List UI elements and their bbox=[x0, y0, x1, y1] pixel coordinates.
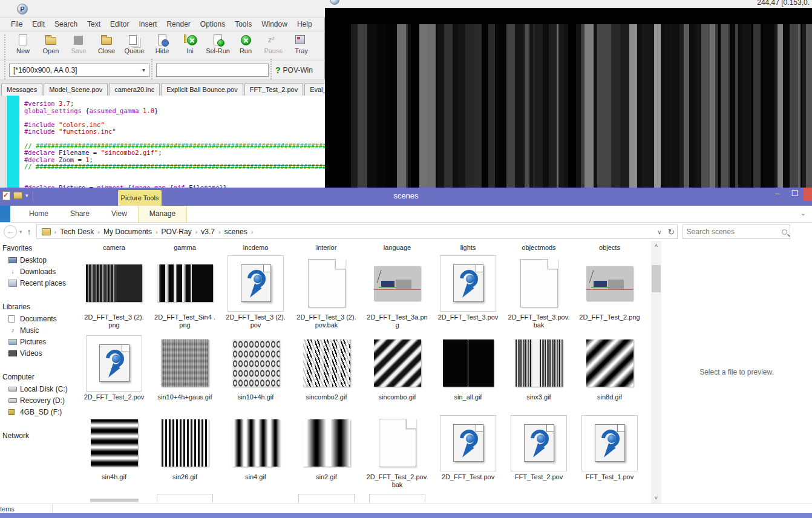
toolbar-drag-handle[interactable] bbox=[151, 59, 154, 82]
file-item-sincombo-gif[interactable]: sincombo.gif bbox=[362, 334, 433, 413]
povray-titlebar[interactable]: P bbox=[0, 0, 325, 17]
scroll-down-arrow-icon[interactable]: ˅ bbox=[651, 493, 661, 503]
file-item-sin8d-gif[interactable]: sin8d.gif bbox=[574, 334, 645, 413]
minimize-button[interactable]: – bbox=[768, 188, 786, 201]
sidebar-group-computer[interactable]: Computer bbox=[0, 370, 73, 383]
code-editor[interactable]: #version 3.7;global_settings {assumed_ga… bbox=[0, 96, 325, 188]
sidebar-item-recovery-d-[interactable]: Recovery (D:) bbox=[0, 395, 73, 406]
folder-objectmods[interactable]: objectmods bbox=[503, 241, 574, 254]
file-item-2d-fft-test-3-pov-bak[interactable]: 2D_FFT_Test_3.pov.bak bbox=[503, 254, 574, 333]
menu-item-help[interactable]: Help bbox=[292, 18, 317, 30]
sidebar-item-recent-places[interactable]: Recent places bbox=[0, 277, 73, 289]
file-item-sin4-gif[interactable]: sin4.gif bbox=[220, 414, 291, 493]
sidebar-item-downloads[interactable]: ↓Downloads bbox=[0, 266, 73, 277]
editor-tab-fft-test-2-pov[interactable]: FFT_Test_2.pov bbox=[244, 83, 303, 96]
sidebar-item-pictures[interactable]: Pictures bbox=[0, 336, 73, 347]
folder-incdemo[interactable]: incdemo bbox=[220, 241, 291, 254]
toolbar-drag-handle[interactable] bbox=[270, 59, 273, 82]
editor-tab-messages[interactable]: Messages bbox=[1, 83, 42, 96]
editor-tab-camera20-inc[interactable]: camera20.inc bbox=[109, 83, 160, 96]
tray-button[interactable]: Tray bbox=[287, 33, 315, 59]
file-tab[interactable] bbox=[0, 206, 10, 222]
folder-language[interactable]: language bbox=[362, 241, 433, 254]
file-item-2d-fft-test-3-2-png[interactable]: 2D_FFT_Test_3 (2).png bbox=[79, 254, 149, 333]
folder-gamma[interactable]: gamma bbox=[149, 241, 220, 254]
file-item-2d-fft-test-2-png[interactable]: 2D_FFT_Test_2.png bbox=[574, 254, 645, 333]
ribbon-tab-view[interactable]: View bbox=[100, 206, 138, 222]
scroll-up-arrow-icon[interactable]: ˄ bbox=[651, 241, 661, 251]
explorer-titlebar[interactable]: ▾ Picture Tools scenes – ☐ bbox=[0, 188, 812, 206]
back-button[interactable]: ← bbox=[4, 225, 17, 238]
sidebar-item-desktop[interactable]: Desktop bbox=[0, 254, 73, 266]
file-item-fft-test-2-pov[interactable]: FFT_Test_2.pov bbox=[503, 414, 574, 493]
editor-tab-explicit-ball-bounce-pov[interactable]: Explicit Ball Bounce.pov bbox=[161, 83, 243, 96]
menu-item-tools[interactable]: Tools bbox=[230, 18, 257, 30]
breadcrumb-item-pov-ray[interactable]: POV-Ray bbox=[159, 228, 194, 236]
menu-item-edit[interactable]: Edit bbox=[27, 18, 50, 30]
file-item-sinx3-gif[interactable]: sinx3.gif bbox=[503, 334, 574, 413]
open-button[interactable]: Open bbox=[37, 33, 65, 59]
ribbon-expand-chevron-icon[interactable]: ⌄ bbox=[801, 209, 806, 217]
file-item-sin10-4h-gif[interactable]: sin10+4h.gif bbox=[220, 334, 291, 413]
sidebar-item-videos[interactable]: Videos bbox=[0, 347, 73, 359]
file-item-sin10-4h-gaus-gif[interactable]: sin10+4h+gaus.gif bbox=[149, 334, 220, 413]
ribbon-tab-home[interactable]: Home bbox=[18, 206, 59, 222]
sidebar-item-music[interactable]: ♪Music bbox=[0, 324, 73, 336]
sidebar-group-favorites[interactable]: Favorites bbox=[0, 241, 73, 254]
file-item-sin-all-gif[interactable]: sin_all.gif bbox=[433, 334, 503, 413]
menu-item-text[interactable]: Text bbox=[82, 18, 105, 30]
command-line-input[interactable] bbox=[156, 64, 269, 77]
menu-item-options[interactable]: Options bbox=[195, 18, 230, 30]
render-titlebar[interactable]: 244,47 [0.153,0. bbox=[325, 0, 812, 8]
sel-run-button[interactable]: Sel-Run bbox=[204, 33, 232, 59]
folder-camera[interactable]: camera bbox=[79, 241, 149, 254]
up-button[interactable]: ↑ bbox=[27, 227, 31, 237]
vertical-scrollbar[interactable]: ˄ ˅ bbox=[651, 241, 661, 503]
queue-button[interactable]: Queue bbox=[120, 33, 148, 59]
file-item-fft-test-1-pov[interactable]: FFT_Test_1.pov bbox=[574, 414, 645, 493]
menu-item-insert[interactable]: Insert bbox=[134, 18, 162, 30]
breadcrumb-item-tech-desk[interactable]: Tech Desk bbox=[57, 228, 96, 236]
file-item-2d-fft-test-2-pov-bak[interactable]: 2D_FFT_Test_2.pov.bak bbox=[362, 414, 433, 493]
file-item-2d-fft-test-2-pov[interactable]: 2D_FFT_Test_2.pov bbox=[79, 334, 149, 413]
save-button[interactable]: Save bbox=[65, 33, 93, 59]
menu-item-render[interactable]: Render bbox=[162, 18, 195, 30]
close-button[interactable] bbox=[804, 188, 812, 201]
file-item-2d-fft-test-3-2-pov-bak[interactable]: 2D_FFT_Test_3 (2).pov.bak bbox=[291, 254, 362, 333]
pause-button[interactable]: z²Pause bbox=[260, 33, 287, 59]
address-dropdown-caret-icon[interactable]: ∨ bbox=[657, 229, 661, 235]
file-item-2d-fft-test-3a-png[interactable]: 2D_FFT_Test_3a.png bbox=[362, 254, 433, 333]
sidebar-item-documents[interactable]: Documents bbox=[0, 313, 73, 324]
sidebar-item-local-disk-c-[interactable]: Local Disk (C:) bbox=[0, 383, 73, 395]
search-input[interactable]: Search scenes bbox=[683, 225, 790, 239]
file-item-sin26-gif[interactable]: sin26.gif bbox=[149, 414, 220, 493]
file-item-2d-fft-test-3-2-pov[interactable]: 2D_FFT_Test_3 (2).pov bbox=[220, 254, 291, 333]
file-item-2d-fft-test-3-pov[interactable]: 2D_FFT_Test_3.pov bbox=[433, 254, 503, 333]
recent-locations-caret-icon[interactable]: ▾ bbox=[19, 229, 22, 235]
editor-tab-model-scene-pov[interactable]: Model_Scene.pov bbox=[44, 83, 108, 96]
file-item-2d-fft-test-pov[interactable]: 2D_FFT_Test.pov bbox=[433, 414, 503, 493]
toolbar-drag-handle[interactable] bbox=[4, 34, 7, 57]
close-button[interactable]: Close bbox=[93, 33, 120, 59]
menu-item-editor[interactable]: Editor bbox=[105, 18, 134, 30]
file-item-sincombo2-gif[interactable]: sincombo2.gif bbox=[291, 334, 362, 413]
scrollbar-thumb[interactable] bbox=[652, 265, 661, 292]
folder-lights[interactable]: lights bbox=[433, 241, 503, 254]
ribbon-tab-share[interactable]: Share bbox=[59, 206, 100, 222]
run-button[interactable]: Run bbox=[232, 33, 260, 59]
folder-objects[interactable]: objects bbox=[574, 241, 645, 254]
breadcrumb-item-v3-7[interactable]: v3.7 bbox=[198, 228, 217, 236]
address-bar[interactable]: › Tech Desk›My Documents›POV-Ray›v3.7›sc… bbox=[36, 225, 678, 239]
pov-win-help[interactable]: ? POV-Win bbox=[275, 65, 313, 75]
file-item-sin2-gif[interactable]: sin2.gif bbox=[291, 414, 362, 493]
menu-item-file[interactable]: File bbox=[6, 18, 27, 30]
refresh-icon[interactable]: ↻ bbox=[668, 228, 675, 237]
hide-button[interactable]: Hide bbox=[148, 33, 176, 59]
ribbon-tab-manage[interactable]: Manage bbox=[138, 206, 187, 222]
breadcrumb-item-my-documents[interactable]: My Documents bbox=[101, 228, 154, 236]
sidebar-group-libraries[interactable]: Libraries bbox=[0, 300, 73, 313]
file-item-sin4h-gif[interactable]: sin4h.gif bbox=[79, 414, 149, 493]
sidebar-group-network[interactable]: Network bbox=[0, 428, 73, 442]
menu-item-window[interactable]: Window bbox=[257, 18, 292, 30]
breadcrumb-item-scenes[interactable]: scenes bbox=[222, 228, 250, 236]
